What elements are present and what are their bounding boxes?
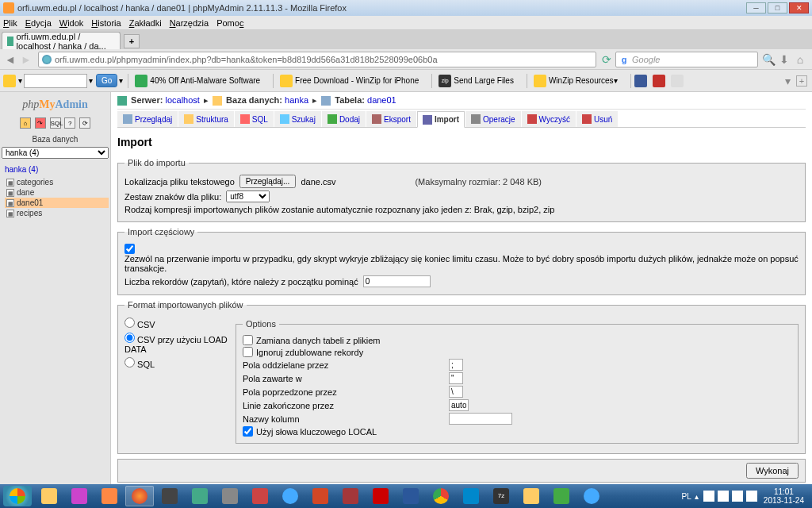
browse-button[interactable]: Przeglądaj... <box>239 175 297 188</box>
tab-operations[interactable]: Operacje <box>465 111 521 127</box>
tab-drop[interactable]: Usuń <box>576 111 618 127</box>
tb-app1[interactable] <box>65 486 94 506</box>
menu-help[interactable]: Pomoc <box>216 18 243 28</box>
bc-table[interactable]: dane01 <box>367 95 396 105</box>
bm-search-input[interactable] <box>24 74 87 88</box>
new-tab-button[interactable]: + <box>124 34 140 48</box>
field-enc-input[interactable] <box>449 372 463 384</box>
tb-powerpoint[interactable] <box>306 486 335 506</box>
use-local-checkbox[interactable] <box>243 426 253 437</box>
ignore-dup-checkbox[interactable] <box>243 347 253 357</box>
forward-button[interactable]: ► <box>19 52 33 67</box>
tb-word[interactable] <box>396 486 425 506</box>
menu-tools[interactable]: Narzędzia <box>170 18 209 28</box>
menu-edit[interactable]: Edycja <box>25 18 52 28</box>
bc-db[interactable]: hanka <box>285 95 308 105</box>
table-categories[interactable]: ▦categories <box>5 177 109 187</box>
bookmark-winzip-res[interactable]: WinZip Resources ▾ <box>530 73 621 89</box>
tray-network-icon[interactable] <box>703 491 714 502</box>
interrupt-checkbox[interactable] <box>124 244 135 254</box>
tray-clock[interactable]: 11:01 2013-11-24 <box>764 487 804 505</box>
radio-sql[interactable]: SQL <box>124 357 236 369</box>
tb-reader[interactable] <box>366 486 395 506</box>
toolbar-add-icon[interactable]: + <box>796 75 807 87</box>
menu-history[interactable]: Historia <box>91 18 121 28</box>
sql-icon[interactable]: SQL <box>50 117 61 129</box>
tab-empty[interactable]: Wyczyść <box>522 111 576 127</box>
browser-tab[interactable]: orfi.uwm.edu.pl / localhost / hanka / da… <box>2 32 121 49</box>
menu-view[interactable]: Widok <box>59 18 84 28</box>
minimize-button[interactable]: ─ <box>746 2 766 13</box>
facebook-icon[interactable] <box>634 75 647 87</box>
tb-app5[interactable] <box>216 486 244 506</box>
bookmark-winzip-iphone[interactable]: Free Download - WinZip for iPhone <box>277 73 422 89</box>
logout-icon[interactable]: ↷ <box>35 117 46 129</box>
charset-select[interactable]: utf8 <box>226 190 270 202</box>
table-recipes[interactable]: ▦recipes <box>5 208 109 218</box>
mail-icon[interactable] <box>671 75 684 87</box>
search-input[interactable]: g Google <box>615 52 758 67</box>
tab-export[interactable]: Eksport <box>366 111 416 127</box>
search-go-icon[interactable]: 🔍 <box>761 52 776 67</box>
tb-app2[interactable] <box>95 486 124 506</box>
home-icon[interactable]: ⌂ <box>20 117 31 129</box>
tb-ie[interactable] <box>276 486 304 506</box>
reload-icon[interactable]: ⟳ <box>79 117 90 129</box>
db-label: Baza danych <box>2 132 109 147</box>
field-sep-input[interactable] <box>449 359 463 371</box>
tab-structure[interactable]: Struktura <box>178 111 234 127</box>
tb-app7[interactable] <box>457 486 485 506</box>
tb-app4[interactable] <box>186 486 214 506</box>
docs-icon[interactable]: ? <box>64 117 75 129</box>
bc-server[interactable]: localhost <box>165 95 199 105</box>
tb-ie2[interactable] <box>577 486 606 506</box>
tb-app6[interactable] <box>246 486 274 506</box>
tb-outlook[interactable] <box>517 486 546 506</box>
home-icon[interactable]: ⌂ <box>793 52 807 67</box>
radio-csv-load[interactable]: CSV przy użyciu LOAD DATA <box>124 333 236 354</box>
youtube-icon[interactable] <box>653 75 665 87</box>
tab-search[interactable]: Szukaj <box>274 111 321 127</box>
apps-icon[interactable] <box>3 75 16 87</box>
replace-checkbox[interactable] <box>243 335 253 345</box>
tab-import[interactable]: Import <box>417 111 465 128</box>
bookmark-antimalware[interactable]: 40% Off Anti-Malware Software <box>132 73 263 89</box>
tb-app8[interactable] <box>547 486 576 506</box>
tb-7zip[interactable]: 7z <box>487 486 515 506</box>
field-esc-input[interactable] <box>449 386 463 398</box>
tb-access[interactable] <box>336 486 365 506</box>
tray-volume-icon[interactable] <box>718 491 729 502</box>
tab-insert[interactable]: Dodaj <box>322 111 366 127</box>
back-button[interactable]: ◄ <box>3 52 17 67</box>
close-button[interactable]: ✕ <box>789 2 809 13</box>
tab-sql[interactable]: SQL <box>235 111 274 127</box>
skip-input[interactable] <box>363 275 431 287</box>
reload-button[interactable]: ⟳ <box>599 52 614 67</box>
line-term-input[interactable] <box>449 399 469 411</box>
menu-bookmarks[interactable]: Zakładki <box>129 18 162 28</box>
db-select[interactable]: hanka (4) <box>2 147 109 159</box>
tray-battery-icon[interactable] <box>746 491 757 502</box>
tb-explorer[interactable] <box>35 486 63 506</box>
bookmark-send-large[interactable]: zipSend Large Files <box>435 73 517 89</box>
url-input[interactable]: orfi.uwm.edu.pl/phpmyadmin/index.php?db=… <box>38 52 596 67</box>
col-names-input[interactable] <box>449 413 512 425</box>
table-dane01[interactable]: ▦dane01 <box>5 198 109 208</box>
db-link[interactable]: hanka (4) <box>2 164 109 175</box>
tab-browse[interactable]: Przeglądaj <box>117 111 178 127</box>
menu-file[interactable]: Plik <box>3 18 17 28</box>
tray-flag-icon[interactable] <box>732 491 743 502</box>
start-button[interactable] <box>3 486 32 506</box>
tb-app3[interactable] <box>155 486 184 506</box>
tb-chrome[interactable] <box>427 486 455 506</box>
table-dane[interactable]: ▦dane <box>5 187 109 198</box>
toolbar-expand-icon[interactable]: ▾ <box>780 74 795 88</box>
execute-button[interactable]: Wykonaj <box>746 463 799 479</box>
downloads-icon[interactable]: ⬇ <box>777 52 791 67</box>
go-button[interactable]: Go <box>96 74 117 87</box>
tb-firefox[interactable] <box>125 486 154 506</box>
radio-csv[interactable]: CSV <box>124 318 236 329</box>
tray-expand-icon[interactable]: ▴ <box>695 492 699 501</box>
maximize-button[interactable]: □ <box>768 2 787 13</box>
tray-lang[interactable]: PL <box>682 492 691 501</box>
